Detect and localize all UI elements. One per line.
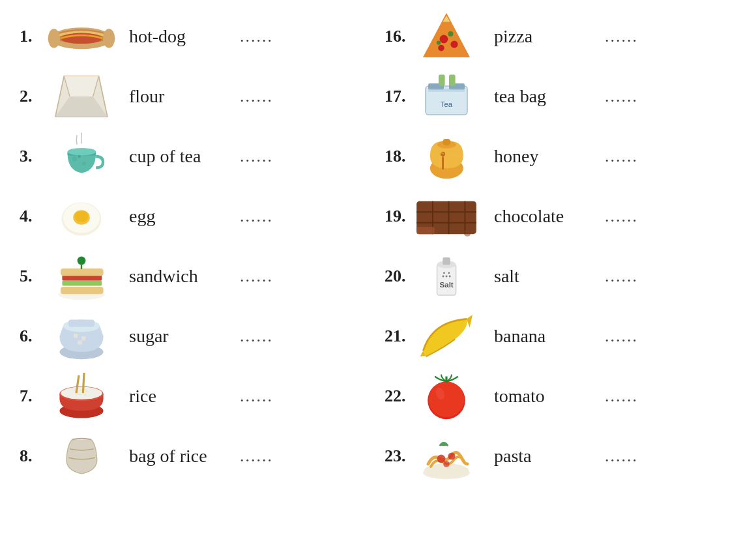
item-number: 2. <box>20 87 46 106</box>
svg-rect-62 <box>443 139 450 145</box>
svg-rect-31 <box>78 340 81 344</box>
item-dots: ...... <box>605 87 638 106</box>
list-item: 5. sandwich ...... <box>13 246 378 306</box>
svg-point-77 <box>448 272 450 274</box>
svg-line-41 <box>83 373 84 393</box>
item-image <box>46 310 117 362</box>
item-image: Tea <box>411 70 482 123</box>
item-label: tea bag <box>494 86 598 107</box>
item-label: rice <box>129 386 233 407</box>
item-dots: ...... <box>605 446 638 466</box>
item-label: salt <box>494 266 598 287</box>
item-label: pasta <box>494 446 598 467</box>
item-number: 8. <box>20 446 46 466</box>
item-number: 19. <box>385 207 411 226</box>
list-item: 16. pizza ...... <box>378 7 743 66</box>
list-item: 22. tomato ...... <box>378 366 743 426</box>
item-number: 16. <box>385 27 411 46</box>
item-label: sugar <box>129 326 233 347</box>
item-image <box>46 190 117 242</box>
svg-point-38 <box>78 394 81 395</box>
list-item: 18. honey ...... <box>378 126 743 186</box>
list-item: 1. hot-dog ...... <box>13 7 378 66</box>
item-label: banana <box>494 326 598 347</box>
svg-rect-20 <box>61 287 104 294</box>
item-label: tomato <box>494 386 598 407</box>
list-item: 7. rice ...... <box>13 366 378 426</box>
item-label: cup of tea <box>129 146 233 167</box>
list-item: 2. flour ...... <box>13 66 378 126</box>
item-number: 6. <box>20 327 46 346</box>
svg-text:Tea: Tea <box>441 100 453 108</box>
svg-point-47 <box>450 40 458 48</box>
item-dots: ...... <box>240 386 273 406</box>
item-dots: ...... <box>240 267 273 286</box>
svg-rect-23 <box>61 268 104 276</box>
main-container: 1. hot-dog ...... 2. flour ...... 3. <box>0 0 756 493</box>
item-dots: ...... <box>605 267 638 286</box>
item-label: flour <box>129 86 233 107</box>
svg-point-12 <box>72 156 76 161</box>
item-number: 1. <box>20 27 46 46</box>
right-column: 16. pizza ...... 17. Tea tea bag <box>378 7 743 486</box>
svg-point-72 <box>464 229 471 237</box>
svg-rect-71 <box>416 227 434 234</box>
item-label: hot-dog <box>129 26 233 47</box>
svg-rect-56 <box>439 74 445 86</box>
item-number: 5. <box>20 267 46 286</box>
svg-rect-30 <box>81 336 85 340</box>
svg-point-4 <box>103 29 115 48</box>
item-image <box>411 10 482 63</box>
svg-rect-57 <box>449 74 456 86</box>
list-item: 20. Salt salt ...... <box>378 246 743 306</box>
svg-point-48 <box>438 45 444 51</box>
svg-point-18 <box>75 210 89 222</box>
item-image <box>46 70 117 123</box>
item-label: pizza <box>494 26 598 47</box>
svg-point-14 <box>78 155 80 158</box>
svg-point-13 <box>82 162 86 166</box>
svg-point-24 <box>78 257 86 265</box>
item-number: 20. <box>385 267 411 286</box>
svg-rect-58 <box>428 89 465 92</box>
list-item: 4. egg ...... <box>13 186 378 246</box>
item-image <box>411 190 482 242</box>
item-label: egg <box>129 206 233 227</box>
item-image <box>411 370 482 422</box>
item-number: 23. <box>385 446 411 466</box>
item-image <box>46 430 117 482</box>
item-dots: ...... <box>240 27 273 46</box>
item-number: 22. <box>385 386 411 406</box>
svg-rect-75 <box>443 257 450 265</box>
item-dots: ...... <box>605 386 638 406</box>
item-image <box>46 130 117 182</box>
svg-point-78 <box>446 276 448 278</box>
item-label: honey <box>494 146 598 167</box>
svg-rect-28 <box>68 319 94 327</box>
item-dots: ...... <box>605 207 638 226</box>
item-image <box>411 310 482 362</box>
item-label: bag of rice <box>129 446 233 467</box>
item-number: 18. <box>385 147 411 166</box>
item-image <box>46 10 117 63</box>
item-image: Salt <box>411 250 482 302</box>
list-item: 6. sugar ...... <box>13 306 378 366</box>
item-image <box>46 250 117 302</box>
svg-point-37 <box>85 391 89 392</box>
item-number: 4. <box>20 207 46 226</box>
item-number: 7. <box>20 386 46 406</box>
svg-point-50 <box>437 40 441 44</box>
svg-point-89 <box>443 461 450 467</box>
item-dots: ...... <box>240 327 273 346</box>
list-item: 3. cup of tea ...... <box>13 126 378 186</box>
item-label: chocolate <box>494 206 598 227</box>
item-image <box>411 430 482 482</box>
svg-rect-63 <box>442 156 444 169</box>
svg-point-76 <box>443 272 445 274</box>
svg-point-88 <box>448 452 455 459</box>
svg-point-87 <box>437 455 446 463</box>
item-dots: ...... <box>605 327 638 346</box>
item-dots: ...... <box>605 27 638 46</box>
item-number: 17. <box>385 87 411 106</box>
list-item: 8. bag of rice ...... <box>13 426 378 486</box>
